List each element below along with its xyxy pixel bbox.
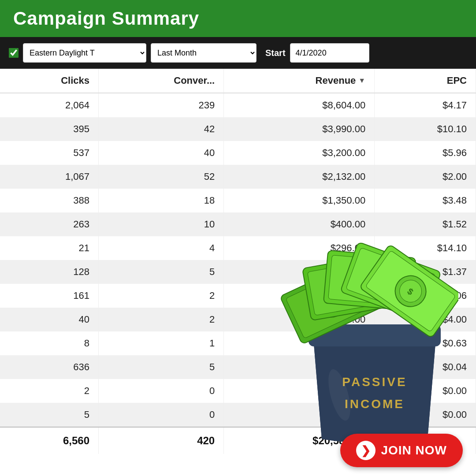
cell-conversions: 52 <box>99 165 224 189</box>
table-row: 2,064 239 $8,604.00 $4.17 <box>0 93 476 117</box>
cell-conversions: 18 <box>99 189 224 212</box>
cell-clicks: 21 <box>0 236 99 260</box>
cell-conversions: 4 <box>99 236 224 260</box>
cell-clicks: 5 <box>0 403 99 427</box>
cell-epc: $4.17 <box>375 93 476 117</box>
toolbar-checkbox[interactable] <box>9 48 19 58</box>
cell-conversions: 5 <box>99 355 224 379</box>
cell-epc: $5.96 <box>375 141 476 165</box>
col-conversions[interactable]: Conver... <box>99 69 224 93</box>
cell-epc: $1.52 <box>375 212 476 236</box>
cell-epc: $10.10 <box>375 117 476 141</box>
col-revenue[interactable]: Revenue ▼ <box>224 69 375 93</box>
cell-revenue: $2,132.00 <box>224 165 375 189</box>
arrow-icon: ❯ <box>361 444 371 457</box>
table-row: 388 18 $1,350.00 $3.48 <box>0 189 476 212</box>
cell-conversions: 40 <box>99 141 224 165</box>
cell-conversions: 239 <box>99 93 224 117</box>
cell-conversions: 0 <box>99 403 224 427</box>
start-date[interactable]: 4/1/2020 <box>290 43 369 63</box>
cell-clicks: 40 <box>0 308 99 331</box>
cell-revenue: $3,200.00 <box>224 141 375 165</box>
table-row: 395 42 $3,990.00 $10.10 <box>0 117 476 141</box>
cell-clicks: 2 <box>0 379 99 403</box>
col-epc[interactable]: EPC <box>375 69 476 93</box>
footer-conversions: 420 <box>99 427 224 454</box>
cell-conversions: 42 <box>99 117 224 141</box>
cell-epc: $3.48 <box>375 189 476 212</box>
cell-revenue: $400.00 <box>224 212 375 236</box>
cell-conversions: 0 <box>99 379 224 403</box>
cell-revenue: $3,990.00 <box>224 117 375 141</box>
cell-clicks: 636 <box>0 355 99 379</box>
page-title: Campaign Summary <box>13 8 199 29</box>
page-header: Campaign Summary <box>0 0 476 37</box>
table-row: 263 10 $400.00 $1.52 <box>0 212 476 236</box>
join-now-button[interactable]: ❯ JOIN NOW <box>340 434 463 467</box>
start-label: Start <box>265 48 286 58</box>
footer-clicks: 6,560 <box>0 427 99 454</box>
cell-clicks: 388 <box>0 189 99 212</box>
join-now-label: JOIN NOW <box>381 443 447 457</box>
cell-clicks: 161 <box>0 284 99 308</box>
col-clicks[interactable]: Clicks <box>0 69 99 93</box>
period-select[interactable]: Last Month This Month Last 7 Days Custom <box>151 43 257 63</box>
cell-conversions: 2 <box>99 308 224 331</box>
svg-text:INCOME: INCOME <box>345 397 405 411</box>
cell-clicks: 537 <box>0 141 99 165</box>
cell-conversions: 2 <box>99 284 224 308</box>
cell-epc: $2.00 <box>375 165 476 189</box>
sort-icon: ▼ <box>358 77 365 85</box>
table-row: 1,067 52 $2,132.00 $2.00 <box>0 165 476 189</box>
toolbar: Eastern Daylight T Pacific Standard T UT… <box>0 37 476 69</box>
cell-conversions: 1 <box>99 331 224 355</box>
join-now-circle-icon: ❯ <box>356 441 376 460</box>
table-header-row: Clicks Conver... Revenue ▼ EPC <box>0 69 476 93</box>
cell-clicks: 263 <box>0 212 99 236</box>
money-bills-image: $ $ $ $ <box>273 236 458 379</box>
cell-conversions: 10 <box>99 212 224 236</box>
cell-clicks: 395 <box>0 117 99 141</box>
cell-clicks: 8 <box>0 331 99 355</box>
cell-clicks: 2,064 <box>0 93 99 117</box>
cell-revenue: $1,350.00 <box>224 189 375 212</box>
cell-conversions: 5 <box>99 260 224 284</box>
table-row: 537 40 $3,200.00 $5.96 <box>0 141 476 165</box>
cell-clicks: 128 <box>0 260 99 284</box>
timezone-select[interactable]: Eastern Daylight T Pacific Standard T UT… <box>23 43 146 63</box>
cell-clicks: 1,067 <box>0 165 99 189</box>
cell-revenue: $8,604.00 <box>224 93 375 117</box>
